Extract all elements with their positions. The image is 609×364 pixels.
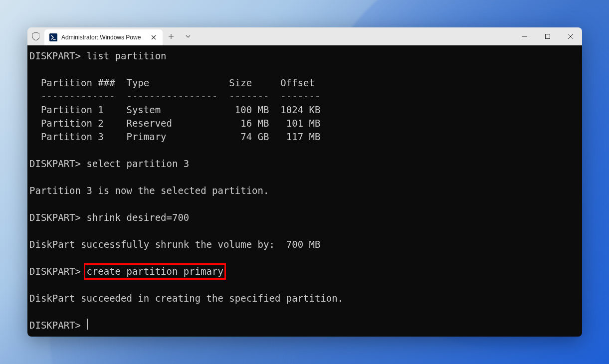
prompt: DISKPART> [29, 266, 81, 277]
cmd-select-partition: select partition 3 [86, 158, 189, 169]
terminal-content[interactable]: DISKPART> list partition Partition ### T… [27, 45, 582, 337]
powershell-icon [49, 33, 57, 41]
terminal-window: Administrator: Windows Powe [27, 27, 582, 337]
prompt: DISKPART> [29, 320, 81, 331]
svg-rect-0 [546, 34, 550, 39]
text-cursor [87, 319, 88, 330]
minimize-button[interactable] [513, 27, 536, 45]
highlighted-command: create partition primary [85, 265, 224, 278]
partition-row-3: Partition 3 Primary 74 GB 117 MB [29, 131, 320, 142]
titlebar[interactable]: Administrator: Windows Powe [27, 27, 582, 45]
tab-active[interactable]: Administrator: Windows Powe [44, 29, 163, 45]
close-icon [151, 35, 156, 40]
cmd-create-partition: create partition primary [86, 266, 223, 277]
chevron-down-icon [186, 35, 191, 38]
minimize-icon [522, 34, 527, 39]
partition-table-header: Partition ### Type Size Offset [29, 77, 315, 88]
maximize-icon [545, 34, 550, 39]
new-tab-button[interactable] [163, 27, 180, 45]
resp-shrink: DiskPart successfully shrunk the volume … [29, 239, 320, 250]
tab-title: Administrator: Windows Powe [61, 34, 146, 41]
partition-row-2: Partition 2 Reserved 16 MB 101 MB [29, 118, 320, 129]
cmd-list-partition: list partition [86, 50, 166, 61]
resp-select-partition: Partition 3 is now the selected partitio… [29, 185, 269, 196]
app-shield-area [27, 27, 44, 45]
shield-icon [32, 32, 39, 40]
maximize-button[interactable] [536, 27, 559, 45]
tab-dropdown-button[interactable] [180, 27, 197, 45]
plus-icon [168, 33, 174, 39]
prompt: DISKPART> [29, 158, 81, 169]
prompt: DISKPART> [29, 212, 81, 223]
tab-close-button[interactable] [150, 33, 158, 41]
prompt: DISKPART> [29, 50, 81, 61]
partition-row-1: Partition 1 System 100 MB 1024 KB [29, 104, 320, 115]
partition-table-rule: ------------- ---------------- ------- -… [29, 91, 320, 102]
close-window-button[interactable] [559, 27, 582, 45]
close-icon [568, 34, 573, 39]
tab-actions [163, 27, 197, 45]
cmd-shrink: shrink desired=700 [86, 212, 189, 223]
resp-create-partition: DiskPart succeeded in creating the speci… [29, 293, 343, 304]
window-controls [513, 27, 582, 45]
